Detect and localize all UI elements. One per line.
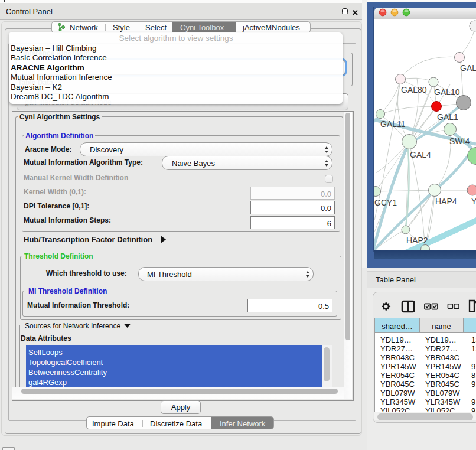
svg-text:GAL80: GAL80: [401, 85, 427, 94]
svg-text:GAL: GAL: [460, 63, 476, 73]
svg-text:GAL10: GAL10: [434, 87, 460, 97]
svg-text:SWI4: SWI4: [449, 136, 470, 146]
svg-text:GAL1: GAL1: [437, 112, 458, 122]
svg-text:HAP4: HAP4: [435, 197, 457, 206]
svg-text:GCY1: GCY1: [374, 198, 397, 207]
svg-text:Y: Y: [471, 197, 476, 206]
svg-text:GAL4: GAL4: [410, 150, 431, 159]
svg-text:GAL11: GAL11: [380, 119, 406, 129]
svg-text:HAP2: HAP2: [406, 236, 428, 245]
